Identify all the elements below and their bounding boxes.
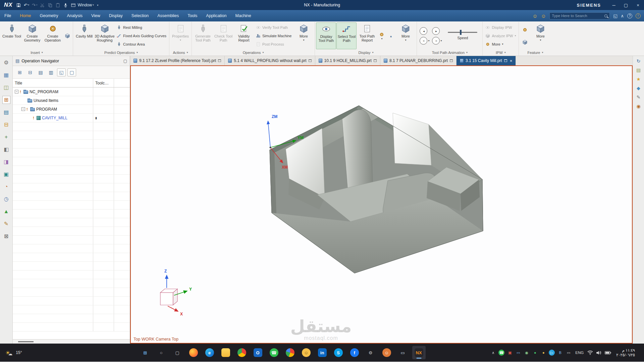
voice-command-button[interactable] [63, 3, 68, 8]
process-studio-icon[interactable]: ▣ [2, 170, 10, 178]
node-label[interactable]: CAVITY_MILL [42, 116, 67, 120]
group-label-display[interactable]: Display [316, 49, 416, 56]
favorites-icon[interactable]: ★ [636, 77, 641, 81]
close-tab-icon[interactable]: × [510, 58, 513, 63]
network-icon[interactable] [587, 350, 593, 355]
clip-section-icon[interactable]: ◆ [637, 86, 640, 90]
machine-tool-navigator-icon[interactable]: ▤ [2, 108, 10, 116]
command-finder-icon[interactable]: ⚙ [2, 59, 10, 67]
play-button[interactable]: ▸ [432, 27, 440, 35]
menu-tab[interactable]: Tools [183, 10, 202, 21]
file-explorer-icon[interactable] [219, 346, 232, 359]
whatsapp-icon[interactable]: ☎ [267, 346, 281, 359]
refresh-view-icon[interactable]: ↻ [637, 59, 641, 63]
help-icon[interactable]: ? [627, 13, 632, 18]
operations-more-button[interactable]: More▾ [293, 22, 314, 49]
chrome-icon[interactable] [235, 346, 249, 359]
redo-button[interactable]: ↷▾ [32, 3, 37, 8]
node-label[interactable]: NC_PROGRAM [30, 89, 58, 94]
tray-anydesk-icon[interactable]: ▭ [515, 350, 521, 356]
browser-circle-icon[interactable] [283, 346, 297, 359]
battery-icon[interactable] [605, 351, 611, 355]
select-tool-path-button[interactable]: Select Tool Path [336, 22, 357, 49]
tool-display-button[interactable]: ▾ [377, 22, 386, 49]
part-tab[interactable]: 8.1 7 PLANAR_DEBURRING.prt [380, 56, 457, 65]
tray-green-icon[interactable]: ● [532, 350, 538, 356]
tree-expander[interactable]: − [15, 90, 18, 94]
weather-widget[interactable]: ☀ ☁ 15° [0, 349, 74, 356]
feature-recognize-button[interactable] [521, 27, 529, 33]
part-tab[interactable]: 10.1 9 HOLE_MILLING.prt [315, 56, 380, 65]
validity-report-button[interactable]: Validity Report [234, 22, 254, 49]
window-menu-button[interactable]: Window ▾ [71, 3, 94, 8]
group-label-tool-path-animation[interactable]: Tool Path Animation [418, 49, 481, 56]
speed-slider-thumb[interactable] [460, 30, 462, 35]
tray-bluetooth-icon[interactable]: B [557, 350, 563, 356]
fast-forward-button[interactable]: » [432, 37, 440, 45]
part-navigator-icon[interactable]: ⊟ [2, 121, 10, 129]
machine-tool-view-icon[interactable]: ▥ [47, 68, 55, 76]
part-tab[interactable]: 9.1 17.2 ZLevel Profile (Reference Tool)… [130, 56, 225, 65]
find-object-icon[interactable]: ◱ [57, 68, 66, 76]
feature-more-button[interactable]: More▾ [530, 22, 550, 49]
operation-navigator-icon[interactable]: ⊞ [2, 96, 10, 104]
touch-mode-icon[interactable]: ⊠ [2, 232, 10, 240]
undo-button[interactable]: ↶▾ [24, 3, 29, 8]
adaptive-roughing-button[interactable]: 3D Adaptive Roughing [95, 22, 115, 49]
task-view-button[interactable]: ▢ [171, 346, 184, 359]
node-label[interactable]: Unused Items [34, 98, 58, 103]
menu-tab[interactable]: Selection [127, 10, 153, 21]
linkedin-icon[interactable]: in [316, 346, 329, 359]
constraint-navigator-icon[interactable]: ◫ [2, 83, 10, 92]
menu-tab[interactable]: Machine [231, 10, 256, 21]
nx-app-icon[interactable]: NX [412, 346, 426, 359]
fast-forward-caret-icon[interactable]: ▾ [440, 40, 442, 42]
skype-icon[interactable]: S [332, 346, 345, 359]
generate-tool-path-button[interactable]: Generate Tool Path [193, 22, 213, 49]
feedback-smiley-icon[interactable]: ☺ [533, 13, 538, 18]
collapse-all-icon[interactable]: ⊟ [26, 68, 35, 76]
search-input[interactable] [552, 14, 602, 18]
command-finder-icon[interactable]: ! [636, 13, 641, 18]
post-process-button[interactable]: Post Process [255, 42, 292, 47]
display-more-button[interactable]: More▾ [395, 22, 416, 49]
insert-extra-button[interactable] [63, 22, 72, 49]
redo-caret-icon[interactable]: ▾ [36, 4, 38, 6]
tray-telegram-icon[interactable]: ▷ [549, 350, 555, 356]
clock-widget[interactable]: ١١:٤٩ م ٢٠٢٥/٠٦/٢٥ [614, 348, 637, 357]
fullscreen-icon[interactable]: ◱ [613, 13, 617, 18]
start-button[interactable]: ⊞ [139, 346, 152, 359]
color-palette-icon[interactable]: ▲ [2, 207, 10, 216]
render-style-icon[interactable]: ◉ [636, 104, 640, 109]
guiding-curves-button[interactable]: Fixed Axis Guiding Curves [116, 33, 167, 39]
firefox-icon[interactable] [187, 346, 200, 359]
part-tab[interactable]: 5.1 4 WALL_PROFILING without wall.prt [225, 56, 315, 65]
paste-button[interactable] [55, 3, 60, 8]
tree-expander[interactable]: − [21, 107, 25, 111]
program-order-view-icon[interactable]: ▤ [36, 68, 45, 76]
speed-slider[interactable] [448, 32, 477, 33]
display-tool-path-button[interactable]: Display Tool Path [316, 22, 336, 49]
user-smiley-icon[interactable]: ☺ [541, 13, 546, 18]
minimize-ribbon-icon[interactable]: ∧ [621, 13, 624, 18]
part-body[interactable] [270, 106, 483, 273]
rewind-button[interactable]: « [420, 37, 427, 45]
group-label-predict-operations[interactable]: Predict Operations [74, 49, 168, 56]
step-back-button[interactable]: ◂ [420, 27, 427, 35]
view-manager-icon[interactable]: ◧ [2, 145, 10, 154]
display-ipw-button[interactable]: Display IPW [484, 25, 517, 30]
customize-button[interactable]: ▼ [97, 4, 99, 6]
menu-tab[interactable]: Analysis [62, 10, 87, 21]
minimize-button[interactable]: ─ [608, 0, 620, 10]
undo-caret-icon[interactable]: ▾ [28, 4, 30, 6]
menu-tab[interactable]: Assemblies [153, 10, 183, 21]
rewind-caret-icon[interactable]: ▾ [428, 40, 429, 42]
analyze-ipw-button[interactable]: Analyze IPW▾ [484, 33, 517, 39]
tray-expand-icon[interactable]: ∧ [490, 350, 496, 356]
history-icon[interactable]: ◷ [2, 195, 10, 203]
simulate-machine-button[interactable]: Simulate Machine [255, 33, 292, 39]
search-button[interactable]: ○ [155, 346, 168, 359]
viewport-3d[interactable]: ZM YM XM Z Y X Top WORK Camera Top [130, 65, 633, 344]
edge-icon[interactable]: e [203, 346, 216, 359]
navigator-tree-row[interactable]: ! CAVITY_MILL ▮ [13, 114, 130, 122]
